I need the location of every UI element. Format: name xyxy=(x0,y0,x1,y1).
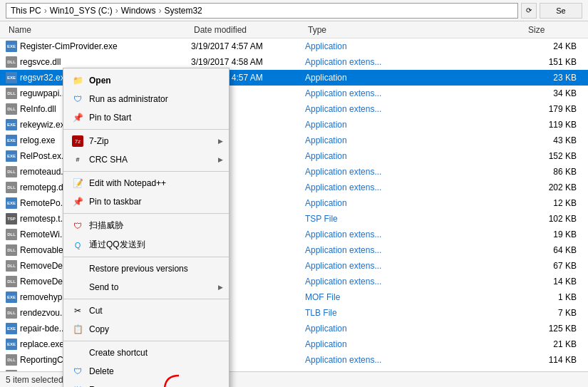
menu-item-crc[interactable]: # CRC SHA xyxy=(63,150,229,169)
menu-item-delete[interactable]: 🛡 Delete xyxy=(63,362,229,381)
col-type[interactable]: Type xyxy=(305,25,525,35)
file-type: Application xyxy=(305,135,525,145)
file-icon: DLL xyxy=(6,260,17,272)
menu-item-open[interactable]: 📁 Open xyxy=(63,71,229,90)
file-date: 3/19/2017 4:58 AM xyxy=(191,57,305,67)
file-size: 86 KB xyxy=(525,167,582,177)
file-size: 114 KB xyxy=(525,355,582,365)
file-type: MOF File xyxy=(305,292,525,302)
file-type: Application xyxy=(305,73,525,83)
file-icon: EXE xyxy=(6,291,17,303)
file-type: Application xyxy=(305,324,525,334)
file-size: 23 KB xyxy=(525,73,582,83)
menu-item-pin-taskbar[interactable]: 📌 Pin to taskbar xyxy=(63,192,229,211)
file-date: 3/19/2017 4:57 AM xyxy=(191,41,305,51)
open-icon: 📁 xyxy=(72,75,83,86)
separator-3 xyxy=(63,213,229,214)
file-type: Application xyxy=(305,120,525,130)
file-icon: DLL xyxy=(6,166,17,177)
shield-icon: 🛡 xyxy=(72,93,83,105)
shortcut-icon xyxy=(72,347,83,358)
7zip-icon: 7z xyxy=(72,135,83,147)
search-button[interactable]: Se xyxy=(540,3,582,19)
col-name[interactable]: Name xyxy=(6,25,191,35)
file-icon: EXE xyxy=(6,119,17,130)
copy-icon: 📋 xyxy=(72,324,83,335)
file-name: EXE Register-CimProvider.exe xyxy=(6,41,191,52)
delete-icon: 🛡 xyxy=(72,366,83,377)
path-bar[interactable]: This PC › Win10_SYS (C:) › Windows › Sys… xyxy=(6,3,518,19)
file-size: 19 KB xyxy=(525,229,582,239)
path-segment-2[interactable]: Win10_SYS (C:) xyxy=(50,6,113,16)
file-name: DLL regsvce.dll xyxy=(6,56,191,68)
file-size: 7 KB xyxy=(525,308,582,318)
menu-item-pin-start[interactable]: 📌 Pin to Start xyxy=(63,108,229,127)
address-bar: This PC › Win10_SYS (C:) › Windows › Sys… xyxy=(0,0,588,21)
file-icon: EXE xyxy=(6,150,17,162)
menu-item-notepad[interactable]: 📝 Edit with Notepad++ xyxy=(63,174,229,192)
file-size: 1 KB xyxy=(525,292,582,302)
notepad-icon: 📝 xyxy=(72,177,83,189)
file-type: Application xyxy=(305,41,525,51)
file-icon: DLL xyxy=(6,244,17,256)
file-size: 21 KB xyxy=(525,339,582,349)
file-icon: EXE xyxy=(6,41,17,52)
restore-icon xyxy=(72,263,83,274)
col-date[interactable]: Date modified xyxy=(191,25,305,35)
menu-item-rename[interactable]: 🛡 Rename xyxy=(63,381,229,387)
menu-item-restore[interactable]: Restore previous versions xyxy=(63,259,229,278)
refresh-button[interactable]: ⟳ xyxy=(521,3,537,19)
file-size: 12 KB xyxy=(525,198,582,208)
file-icon: DLL xyxy=(6,182,17,193)
file-icon: DLL xyxy=(6,276,17,287)
taskbar-pin-icon: 📌 xyxy=(72,196,83,207)
menu-item-send-to[interactable]: Send to xyxy=(63,278,229,296)
path-segment-4[interactable]: System32 xyxy=(164,6,202,16)
file-icon: EXE xyxy=(6,323,17,334)
file-icon: EXE xyxy=(6,135,17,146)
file-size: 119 KB xyxy=(525,120,582,130)
menu-item-scan[interactable]: 🛡 扫描威胁 xyxy=(63,216,229,235)
col-size[interactable]: Size xyxy=(525,25,582,35)
file-type: Application extens... xyxy=(305,245,525,255)
send-icon xyxy=(72,282,83,293)
red-arrow-icon xyxy=(150,372,186,387)
file-size: 14 KB xyxy=(525,277,582,287)
file-type: Application extens... xyxy=(305,261,525,271)
file-type: Application extens... xyxy=(305,277,525,287)
menu-item-cut[interactable]: ✂ Cut xyxy=(63,301,229,320)
qq-icon: Q xyxy=(72,239,83,251)
file-type: Application extens... xyxy=(305,182,525,192)
separator-2 xyxy=(63,171,229,172)
path-segment-3[interactable]: Windows xyxy=(121,6,156,16)
column-headers: Name Date modified Type Size xyxy=(0,21,588,38)
file-size: 43 KB xyxy=(525,135,582,145)
menu-item-7zip[interactable]: 7z 7-Zip xyxy=(63,132,229,150)
menu-item-shortcut[interactable]: Create shortcut xyxy=(63,344,229,362)
file-type: Application extens... xyxy=(305,104,525,114)
file-size: 34 KB xyxy=(525,88,582,98)
file-icon: DLL xyxy=(6,354,17,366)
file-size: 67 KB xyxy=(525,261,582,271)
crc-icon: # xyxy=(72,154,83,165)
file-size: 125 KB xyxy=(525,324,582,334)
menu-item-qq[interactable]: Q 通过QQ发送到 xyxy=(63,235,229,254)
context-menu: 📁 Open 🛡 Run as administrator 📌 Pin to S… xyxy=(63,68,229,387)
table-row[interactable]: EXE Register-CimProvider.exe 3/19/2017 4… xyxy=(0,38,588,54)
file-type: Application xyxy=(305,198,525,208)
address-bar-actions: ⟳ Se xyxy=(521,3,582,19)
file-icon: DLL xyxy=(6,307,17,319)
rename-icon: 🛡 xyxy=(72,384,83,387)
separator-5 xyxy=(63,299,229,299)
file-size: 202 KB xyxy=(525,182,582,192)
file-icon: DLL xyxy=(6,229,17,240)
file-icon: TSP xyxy=(6,213,17,225)
file-size: 102 KB xyxy=(525,214,582,224)
file-type: Application extens... xyxy=(305,355,525,365)
path-segment-1[interactable]: This PC xyxy=(11,6,41,16)
file-type: Application extens... xyxy=(305,88,525,98)
menu-item-run-admin[interactable]: 🛡 Run as administrator xyxy=(63,90,229,108)
file-type: Application extens... xyxy=(305,167,525,177)
file-type: Application extens... xyxy=(305,57,525,67)
menu-item-copy[interactable]: 📋 Copy xyxy=(63,320,229,339)
